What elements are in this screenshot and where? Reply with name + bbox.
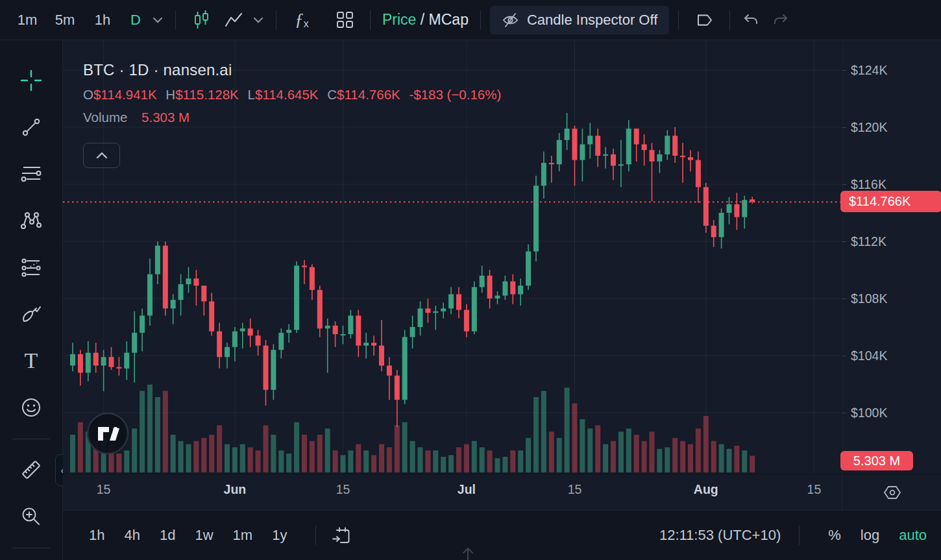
timeframe-dropdown-chevron-icon[interactable]	[151, 6, 165, 34]
volume-bar	[580, 419, 585, 472]
horizontal-lines-tool-icon[interactable]	[16, 158, 47, 189]
candle	[487, 270, 493, 308]
candle	[464, 304, 469, 337]
candle	[93, 343, 99, 372]
candle	[734, 193, 739, 230]
timeframe-1h-button[interactable]: 1h	[88, 6, 117, 34]
volume-bar	[379, 444, 384, 473]
log-scale-button[interactable]: log	[861, 527, 879, 544]
divider	[175, 10, 176, 30]
forecast-tool-icon[interactable]	[16, 252, 47, 283]
text-tool-icon[interactable]: T	[16, 345, 47, 376]
candle	[418, 301, 423, 335]
candle	[363, 333, 369, 359]
crosshair-tool-icon[interactable]	[16, 65, 47, 96]
volume-bar	[271, 435, 276, 472]
candle	[711, 220, 716, 247]
volume-bar	[680, 441, 685, 472]
indicators-fx-icon[interactable]: ƒx	[289, 6, 314, 34]
legend-collapse-button[interactable]	[83, 143, 120, 168]
candle	[286, 324, 291, 343]
volume-bar	[217, 426, 222, 473]
price-axis[interactable]: $114.766K 5.303 M $124K$120K$116K$112K$1…	[842, 40, 941, 474]
volume-bar	[171, 435, 176, 472]
redo-button[interactable]	[769, 6, 792, 34]
volume-bar	[302, 435, 307, 472]
zoom-in-tool-icon[interactable]	[16, 501, 47, 532]
layout-grid-icon[interactable]	[332, 6, 357, 34]
ruler-tool-icon[interactable]	[16, 454, 47, 485]
candlestick-chart-type-icon[interactable]	[189, 6, 214, 34]
hexagon-eye-icon[interactable]	[883, 483, 902, 502]
timeframe-1d-button[interactable]: D	[126, 6, 145, 34]
range-4h-button[interactable]: 4h	[124, 527, 140, 544]
time-tick-label: Aug	[694, 482, 718, 497]
trend-line-tool-icon[interactable]	[16, 112, 47, 143]
divider	[315, 526, 316, 545]
undo-button[interactable]	[739, 6, 763, 34]
volume-bar	[395, 426, 400, 473]
divider	[480, 10, 481, 30]
candle	[572, 126, 578, 186]
candle	[502, 276, 507, 300]
range-1d-button[interactable]: 1d	[160, 527, 175, 544]
clock-utc-button[interactable]: 12:11:53 (UTC+10)	[659, 527, 781, 544]
brush-tool-icon[interactable]	[16, 298, 47, 330]
current-price-badge: $114.766K	[840, 191, 941, 212]
candle	[650, 143, 655, 201]
emoji-tool-icon[interactable]	[16, 392, 47, 423]
candle	[302, 260, 307, 284]
line-chart-type-icon[interactable]	[221, 6, 246, 34]
range-1h-button[interactable]: 1h	[89, 527, 104, 544]
candle	[78, 350, 83, 385]
volume-bar	[193, 441, 199, 472]
go-to-date-icon[interactable]	[329, 521, 354, 550]
candle	[101, 350, 106, 391]
volume-bar	[565, 388, 570, 473]
candle	[533, 176, 539, 262]
chart-type-dropdown-chevron-icon[interactable]	[251, 6, 265, 34]
candle	[132, 311, 137, 383]
price-tick-label: $120K	[851, 120, 887, 135]
range-1m-button[interactable]: 1m	[233, 527, 253, 544]
candle	[611, 149, 616, 180]
candle-inspector-toggle[interactable]: Candle Inspector Off	[490, 6, 669, 34]
volume-bar	[611, 441, 616, 472]
time-axis[interactable]: 15Jun15Jul15Aug15	[63, 474, 842, 510]
range-1w-button[interactable]: 1w	[195, 527, 213, 544]
volume-bar	[387, 447, 392, 472]
candle	[526, 244, 531, 289]
chart-pane[interactable]	[63, 40, 841, 474]
timeframe-1m-button[interactable]: 1m	[13, 6, 42, 34]
candle	[680, 143, 685, 183]
volume-bar	[703, 416, 709, 472]
candle	[557, 133, 562, 171]
volume-bar	[263, 426, 269, 473]
volume-bar	[286, 454, 291, 472]
time-tick-label: 15	[336, 482, 350, 497]
price-mcap-toggle[interactable]: Price / MCap	[382, 6, 469, 34]
volume-bar	[572, 404, 578, 472]
mcap-toggle-label[interactable]: MCap	[429, 11, 469, 29]
auto-scale-button[interactable]: auto	[899, 527, 927, 544]
price-toggle-label[interactable]: Price	[382, 11, 416, 29]
time-tick-label: 15	[568, 482, 582, 497]
candle	[472, 282, 477, 334]
candle	[124, 341, 129, 380]
volume-bar	[603, 444, 608, 473]
percent-scale-button[interactable]: %	[828, 527, 841, 544]
divider	[12, 439, 50, 439]
candlestick-chart[interactable]	[63, 40, 841, 474]
volume-bar	[317, 435, 323, 472]
candle	[248, 319, 253, 347]
tradingview-watermark[interactable]	[88, 413, 128, 454]
volume-bar	[441, 457, 446, 472]
volume-bar	[325, 428, 330, 472]
range-1y-button[interactable]: 1y	[272, 527, 287, 544]
candle	[109, 347, 114, 370]
candle	[263, 340, 269, 406]
volume-bar	[526, 438, 531, 472]
timeframe-5m-button[interactable]: 5m	[51, 6, 79, 34]
callout-tool-icon[interactable]	[692, 6, 716, 34]
xabcd-pattern-tool-icon[interactable]	[16, 205, 47, 236]
